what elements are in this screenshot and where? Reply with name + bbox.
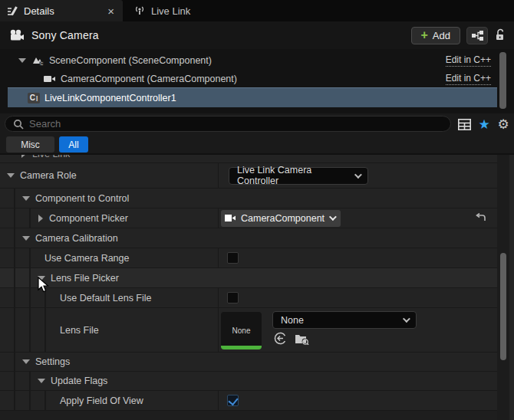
search-input[interactable]	[29, 118, 443, 130]
use-camera-range-checkbox[interactable]	[227, 252, 239, 264]
tree-item-label: CameraComponent (CameraComponent)	[61, 74, 237, 84]
svg-text:C: C	[41, 61, 44, 66]
search-row: ★ ⚙	[0, 113, 514, 135]
tab-live-link[interactable]: Live Link	[123, 0, 201, 21]
add-button-label: Add	[433, 30, 450, 41]
tab-live-link-label: Live Link	[151, 5, 190, 17]
category-settings[interactable]: Settings	[0, 353, 497, 372]
blueprint-hierarchy-button[interactable]	[466, 27, 488, 44]
filter-chip-all[interactable]: All	[59, 136, 88, 153]
chip-all-label: All	[68, 139, 78, 150]
asset-type-color-bar	[221, 346, 262, 349]
row-lens-file[interactable]: Lens File None None	[0, 308, 497, 353]
expand-arrow-icon[interactable]	[18, 58, 26, 63]
filter-chip-row: Misc All	[0, 135, 514, 155]
row-use-default-lens-file[interactable]: Use Default Lens File	[0, 288, 497, 308]
livelink-controller-icon: C|	[28, 93, 40, 103]
search-box[interactable]	[5, 116, 451, 132]
live-link-icon	[133, 5, 146, 17]
chip-misc-label: Misc	[21, 139, 40, 150]
tree-item-label: LiveLinkComponentController1	[44, 93, 176, 103]
category-camera-calibration[interactable]: Camera Calibration	[0, 228, 497, 248]
tree-row-cameracomponent[interactable]: CameraComponent (CameraComponent) Edit i…	[0, 70, 497, 88]
grid-table-icon	[458, 119, 471, 130]
tree-row-livelinkcontroller-selected[interactable]: C| LiveLinkComponentController1	[8, 87, 497, 107]
scene-component-icon: C	[31, 55, 44, 66]
panel-right-edge	[509, 155, 514, 420]
row-use-camera-range[interactable]: Use Camera Range	[0, 248, 497, 268]
category-lens-file-picker[interactable]: Lens File Picker	[0, 268, 497, 288]
expand-arrow-icon[interactable]	[38, 379, 45, 383]
lens-file-asset-thumbnail[interactable]: None	[221, 312, 262, 349]
reset-to-default-button[interactable]	[475, 213, 486, 223]
property-grid: Live Link Camera Role Live Link Camera C…	[0, 155, 514, 420]
dropdown-value: None	[281, 315, 395, 326]
details-panel: Details × Live Link Sony Camera	[0, 0, 514, 420]
apply-field-of-view-checkbox[interactable]	[227, 395, 239, 406]
component-picker-dropdown[interactable]: CameraComponent	[221, 210, 341, 227]
property-label: Apply Field Of View	[60, 395, 143, 406]
chevron-down-icon	[354, 171, 362, 179]
use-selected-asset-button[interactable]	[274, 332, 287, 345]
tab-bar: Details × Live Link	[0, 0, 514, 21]
row-component-picker[interactable]: Component Picker CameraComponent	[0, 208, 497, 228]
display-settings-button[interactable]	[456, 116, 472, 132]
category-component-to-control[interactable]: Component to Control	[0, 189, 497, 208]
category-label: Update Flags	[51, 376, 107, 386]
gear-icon: ⚙	[497, 118, 509, 131]
details-icon	[7, 5, 18, 17]
dropdown-value: Live Link Camera Controller	[237, 165, 347, 186]
edit-in-cpp-link[interactable]: Edit in C++	[446, 73, 491, 85]
node-graph-icon	[471, 30, 484, 41]
tree-item-label: SceneComponent (SceneComponent)	[49, 55, 212, 66]
property-label: Use Camera Range	[44, 253, 129, 264]
expand-arrow-icon[interactable]	[22, 359, 30, 364]
chevron-down-icon	[329, 213, 337, 221]
category-label: Component to Control	[35, 193, 129, 204]
search-icon	[13, 119, 24, 130]
category-label: Live Link	[32, 155, 70, 159]
tab-details-label: Details	[24, 5, 100, 17]
category-label: Settings	[35, 356, 70, 367]
dropdown-value: CameraComponent	[241, 213, 325, 224]
camera-component-icon	[42, 74, 56, 84]
expand-arrow-icon[interactable]	[7, 173, 15, 178]
edit-in-cpp-link[interactable]: Edit in C++	[446, 54, 491, 67]
star-icon: ★	[478, 118, 489, 131]
collapse-arrow-icon	[21, 155, 26, 158]
expand-arrow-icon[interactable]	[22, 236, 30, 241]
category-update-flags[interactable]: Update Flags	[0, 372, 497, 391]
component-tree: C SceneComponent (SceneComponent) Edit i…	[0, 49, 514, 113]
actor-header: Sony Camera + Add	[0, 21, 514, 49]
camera-component-icon	[225, 214, 236, 222]
close-icon[interactable]: ×	[105, 5, 117, 17]
category-live-link-clipped[interactable]: Live Link	[0, 155, 497, 163]
property-label: Camera Role	[20, 170, 77, 181]
tree-row-scenecomponent[interactable]: C SceneComponent (SceneComponent) Edit i…	[0, 51, 497, 70]
category-label: Lens File Picker	[51, 273, 119, 284]
property-scrollbar-thumb[interactable]	[500, 253, 506, 360]
property-scrollbar-track[interactable]	[497, 155, 509, 420]
row-camera-role[interactable]: Camera Role Live Link Camera Controller	[0, 163, 497, 189]
favorites-button[interactable]: ★	[476, 116, 492, 132]
lens-file-dropdown[interactable]: None	[272, 311, 417, 329]
property-label: Lens File	[60, 325, 99, 336]
collapse-arrow-icon[interactable]	[38, 215, 43, 222]
lock-open-icon[interactable]	[494, 28, 506, 42]
cine-camera-icon	[9, 29, 25, 41]
filter-chip-misc[interactable]: Misc	[6, 136, 54, 153]
plus-icon: +	[421, 29, 428, 41]
row-apply-field-of-view[interactable]: Apply Field Of View	[0, 391, 497, 411]
camera-role-dropdown[interactable]: Live Link Camera Controller	[229, 167, 368, 185]
expand-arrow-icon[interactable]	[38, 276, 45, 281]
tree-scrollbar[interactable]	[499, 52, 506, 109]
expand-arrow-icon[interactable]	[22, 196, 30, 201]
settings-button[interactable]: ⚙	[496, 116, 511, 132]
tab-details[interactable]: Details ×	[0, 0, 123, 21]
property-label: Component Picker	[49, 213, 128, 224]
property-label: Use Default Lens File	[60, 293, 152, 304]
actor-title: Sony Camera	[31, 29, 99, 41]
browse-to-asset-button[interactable]	[295, 333, 309, 345]
use-default-lens-file-checkbox[interactable]	[227, 292, 239, 304]
add-component-button[interactable]: + Add	[411, 27, 460, 44]
